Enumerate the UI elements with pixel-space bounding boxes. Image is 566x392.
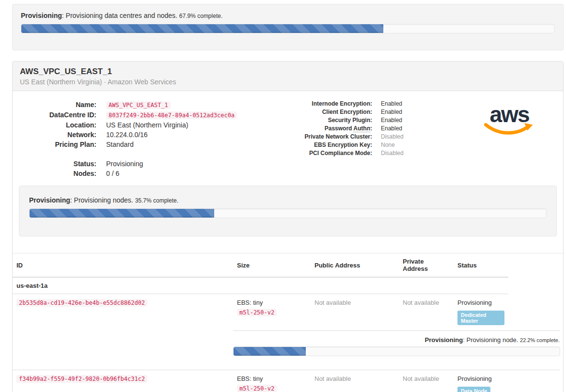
node-public-address: Not available <box>311 370 399 392</box>
node-row-2: f34b99a2-f559-49f2-9820-0b96fb4c31c2 EBS… <box>13 370 560 392</box>
nodes-progress-bar <box>30 209 214 218</box>
node-id-cell: 2b535d8a-cd19-426e-be4b-e55dc8862d02 <box>13 294 233 331</box>
detail-network-row: Network: 10.224.0.0/16 <box>19 130 287 140</box>
detail-pricing-row: Pricing Plan: Standard <box>19 140 287 149</box>
node-private-address: Not available <box>399 370 454 392</box>
node-role-badge: Dedicated Master <box>457 311 504 325</box>
authn-abbr: Authn <box>353 125 370 132</box>
node-size-type: EBS: tiny <box>237 375 307 382</box>
detail-label: Network: <box>19 130 96 140</box>
datacentre-card-header: AWS_VPC_US_EAST_1 US East (Northern Virg… <box>13 62 563 91</box>
node-role-badge: Data Node <box>457 387 490 392</box>
detail-nodes-row: Nodes: 0 / 6 <box>19 169 287 178</box>
node-row-1: 2b535d8a-cd19-426e-be4b-e55dc8862d02 EBS… <box>13 294 560 331</box>
cluster-progress-bar <box>21 24 383 33</box>
detail-value: Standard <box>106 140 134 149</box>
detail-value: Enabled <box>381 100 402 108</box>
node-size-cell: EBS: tiny m5l-250-v2 <box>233 294 311 331</box>
node-size-cell: EBS: tiny m5l-250-v2 <box>233 370 311 392</box>
detail-label: Status: <box>19 159 96 169</box>
detail-label: Security Plugin: <box>287 116 372 125</box>
column-header-public-address: Public Address <box>311 253 399 277</box>
detail-internode-encryption-row: Internode Encryption: Enabled <box>287 100 481 108</box>
provisioning-percent: 22.2% complete. <box>520 337 560 343</box>
detail-value: Disabled <box>381 149 404 157</box>
node-progress-cell: Provisioning: Provisioning node. 22.2% c… <box>233 331 560 370</box>
nodes-provisioning-banner: Provisioning: Provisioning nodes. 35.7% … <box>19 186 557 236</box>
datacentre-card: AWS_VPC_US_EAST_1 US East (Northern Virg… <box>12 61 564 392</box>
detail-value: None <box>381 141 395 149</box>
nodes-table: ID Size Public Address Private Address S… <box>13 253 560 392</box>
column-header-spacer <box>508 253 560 277</box>
node-progress-track <box>233 346 560 356</box>
column-header-status: Status <box>454 253 508 277</box>
detail-id-row: DataCentre ID: 8037f249-2bb6-48e7-89a4-0… <box>19 110 287 120</box>
node-id-code: 2b535d8a-cd19-426e-be4b-e55dc8862d02 <box>16 299 147 307</box>
node-size-type: EBS: tiny <box>237 299 307 306</box>
detail-value: Enabled <box>381 125 402 133</box>
datacentre-name-code: AWS_VPC_US_EAST_1 <box>106 101 171 109</box>
detail-name-row: Name: AWS_VPC_US_EAST_1 <box>19 100 287 110</box>
aws-logo: aws <box>483 104 536 136</box>
detail-private-network-row: Private Network Cluster: Disabled <box>287 133 481 141</box>
detail-value: US East (Northern Virginia) <box>106 120 188 130</box>
node-size-code: m5l-250-v2 <box>237 309 277 316</box>
provisioning-message-text: Provisioning node. <box>466 336 518 344</box>
node-progress-row-1: Provisioning: Provisioning node. 22.2% c… <box>13 331 560 370</box>
nodes-progress-track <box>29 208 547 218</box>
detail-label: EBS Encryption Key: <box>287 141 372 149</box>
detail-value: 0 / 6 <box>106 169 119 178</box>
node-size-code: m5l-250-v2 <box>237 385 277 392</box>
provisioning-message-text: Provisioning data centres and nodes. <box>66 12 177 19</box>
node-provisioning-message: Provisioning: Provisioning node. 22.2% c… <box>233 336 560 344</box>
detail-label: Client Encryption: <box>287 108 372 116</box>
detail-value: Enabled <box>381 108 402 116</box>
detail-label: PCI Compliance Mode: <box>287 149 372 157</box>
detail-value: 8037f249-2bb6-48e7-89a4-0512ad3cec0a <box>106 110 237 120</box>
detail-label: Nodes: <box>19 169 96 178</box>
detail-label: Internode Encryption: <box>287 100 372 108</box>
rack-group-label: us-east-1a <box>13 277 508 294</box>
node-private-address: Not available <box>399 294 454 331</box>
detail-label: Location: <box>19 120 96 130</box>
table-header-row: ID Size Public Address Private Address S… <box>13 253 560 277</box>
cluster-progress-track <box>21 24 555 33</box>
detail-label: DataCentre ID: <box>19 110 96 120</box>
detail-label: Private Network Cluster: <box>287 133 372 141</box>
column-header-id: ID <box>13 253 233 277</box>
detail-password-auth-row: Password Authn: Enabled <box>287 125 481 133</box>
detail-label: Password Authn: <box>287 125 372 133</box>
provisioning-message-text: Provisioning nodes. <box>74 196 133 204</box>
provisioning-status-label: Provisioning <box>425 336 463 344</box>
provisioning-status-label: Provisioning <box>29 196 70 204</box>
detail-label: Pricing Plan: <box>19 140 96 149</box>
detail-label: Name: <box>19 100 96 110</box>
detail-location-row: Location: US East (Northern Virginia) <box>19 120 287 130</box>
datacentre-details: Name: AWS_VPC_US_EAST_1 DataCentre ID: 8… <box>13 91 563 253</box>
rack-group-row: us-east-1a <box>13 277 560 294</box>
detail-status-row: Status: Provisioning <box>19 159 287 169</box>
provisioning-percent: 67.9% complete. <box>179 13 222 19</box>
node-progress-bar <box>234 347 306 356</box>
detail-client-encryption-row: Client Encryption: Enabled <box>287 108 481 116</box>
details-right-column: Internode Encryption: Enabled Client Enc… <box>287 100 481 157</box>
datacentre-id-code: 8037f249-2bb6-48e7-89a4-0512ad3cec0a <box>106 111 237 119</box>
node-public-address: Not available <box>311 294 399 331</box>
detail-pci-mode-row: PCI Compliance Mode: Disabled <box>287 149 481 157</box>
details-left-column: Name: AWS_VPC_US_EAST_1 DataCentre ID: 8… <box>19 100 287 178</box>
nodes-table-section: ID Size Public Address Private Address S… <box>13 253 563 392</box>
detail-security-plugin-row: Security Plugin: Enabled <box>287 116 481 125</box>
detail-value: Enabled <box>381 116 402 125</box>
node-status: Provisioning <box>457 299 504 306</box>
cluster-provisioning-message: Provisioning: Provisioning data centres … <box>21 12 555 19</box>
detail-ebs-key-row: EBS Encryption Key: None <box>287 141 481 149</box>
cluster-provisioning-banner: Provisioning: Provisioning data centres … <box>12 4 564 50</box>
node-id-code: f34b99a2-f559-49f2-9820-0b96fb4c31c2 <box>16 375 147 383</box>
datacentre-subtitle: US East (Northern Virginia) · Amazon Web… <box>20 78 556 86</box>
nodes-provisioning-message: Provisioning: Provisioning nodes. 35.7% … <box>29 196 547 204</box>
detail-value: Provisioning <box>106 159 143 169</box>
provisioning-status-label: Provisioning <box>21 12 62 19</box>
provisioning-percent: 35.7% complete. <box>135 197 178 204</box>
node-status-cell: Provisioning Dedicated Master <box>454 294 508 331</box>
node-status-cell: Provisioning Data Node <box>454 370 508 392</box>
